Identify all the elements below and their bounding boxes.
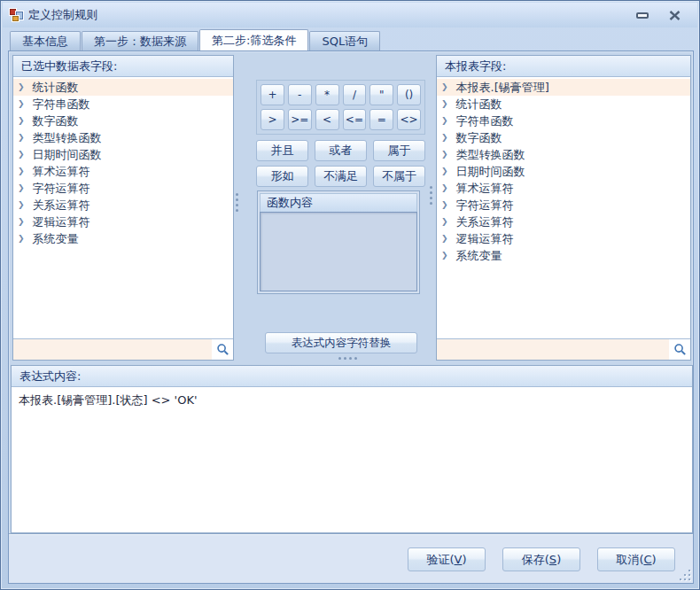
op-eq-button[interactable]: = bbox=[369, 109, 393, 130]
chevron-right-icon: ❯ bbox=[441, 151, 448, 159]
expression-content-panel: 表达式内容: 本报表.[锡膏管理].[状态] <> 'OK' bbox=[11, 365, 693, 533]
tab-page-filter-conditions: 已选中数据表字段: ❯统计函数 ❯字符串函数 ❯数字函数 ❯类型转换函数 ❯日期… bbox=[8, 50, 694, 584]
left-search-row bbox=[13, 339, 233, 360]
op-quote-button[interactable]: " bbox=[369, 84, 393, 105]
report-fields-header: 本报表字段: bbox=[437, 56, 690, 77]
chevron-right-icon: ❯ bbox=[441, 100, 448, 108]
op-gt-button[interactable]: > bbox=[261, 109, 284, 130]
left-splitter-grip[interactable] bbox=[235, 193, 240, 213]
tree-item[interactable]: ❯日期时间函数 bbox=[437, 163, 690, 180]
right-search-button[interactable] bbox=[669, 339, 690, 360]
tree-item[interactable]: ❯逻辑运算符 bbox=[13, 213, 233, 230]
tree-item[interactable]: ❯算术运算符 bbox=[13, 163, 233, 180]
tree-item[interactable]: ❯系统变量 bbox=[437, 247, 690, 264]
close-button[interactable] bbox=[664, 7, 685, 23]
dialog-window: 定义控制规则 基本信息 第一步：数据来源 第二步:筛选条件 SQL语句 已选中数… bbox=[0, 0, 700, 590]
op-like-button[interactable]: 形如 bbox=[256, 166, 308, 187]
chevron-right-icon: ❯ bbox=[18, 201, 25, 209]
tree-item[interactable]: ❯系统变量 bbox=[13, 230, 233, 247]
search-icon bbox=[673, 343, 687, 356]
op-or-button[interactable]: 或者 bbox=[315, 140, 367, 161]
selected-table-fields-panel: 已选中数据表字段: ❯统计函数 ❯字符串函数 ❯数字函数 ❯类型转换函数 ❯日期… bbox=[12, 55, 234, 361]
expression-char-replace-button[interactable]: 表达式内容字符替换 bbox=[265, 332, 417, 353]
selected-table-fields-tree: ❯统计函数 ❯字符串函数 ❯数字函数 ❯类型转换函数 ❯日期时间函数 ❯算术运算… bbox=[13, 77, 233, 339]
tree-item[interactable]: ❯关系运算符 bbox=[437, 213, 690, 230]
right-search-row bbox=[437, 339, 690, 360]
left-search-button[interactable] bbox=[212, 339, 233, 360]
chevron-right-icon: ❯ bbox=[18, 235, 25, 243]
op-and-button[interactable]: 并且 bbox=[256, 140, 308, 161]
chevron-right-icon: ❯ bbox=[441, 117, 448, 125]
chevron-right-icon: ❯ bbox=[441, 167, 448, 175]
tree-item[interactable]: ❯类型转换函数 bbox=[13, 129, 233, 146]
save-button[interactable]: 保存(S) bbox=[502, 547, 580, 571]
footer-bar: 验证(V) 保存(S) 取消(C) bbox=[9, 533, 693, 583]
tab-basic-info[interactable]: 基本信息 bbox=[10, 31, 81, 50]
op-in-button[interactable]: 属于 bbox=[373, 140, 425, 161]
chevron-right-icon: ❯ bbox=[441, 184, 448, 192]
op-neq-button[interactable]: <> bbox=[397, 109, 421, 130]
right-search-input[interactable] bbox=[437, 339, 669, 360]
cancel-button[interactable]: 取消(C) bbox=[597, 547, 675, 571]
horizontal-splitter-grip[interactable] bbox=[338, 356, 360, 361]
tree-item[interactable]: ❯统计函数 bbox=[13, 79, 233, 96]
logic-operator-row: 并且 或者 属于 bbox=[256, 140, 425, 161]
tree-item[interactable]: ❯统计函数 bbox=[437, 96, 690, 113]
chevron-right-icon: ❯ bbox=[18, 83, 25, 91]
op-divide-button[interactable]: / bbox=[343, 84, 367, 105]
op-parentheses-button[interactable]: () bbox=[397, 84, 421, 105]
tree-item[interactable]: ❯数字函数 bbox=[437, 129, 690, 146]
op-lt-button[interactable]: < bbox=[315, 109, 339, 130]
tree-item[interactable]: ❯本报表.[锡膏管理] bbox=[437, 79, 690, 96]
op-not-button[interactable]: 不满足 bbox=[315, 166, 367, 187]
op-minus-button[interactable]: - bbox=[288, 84, 312, 105]
title-bar: 定义控制规则 bbox=[3, 3, 697, 27]
chevron-right-icon: ❯ bbox=[18, 117, 25, 125]
op-not-in-button[interactable]: 不属于 bbox=[373, 166, 425, 187]
chevron-right-icon: ❯ bbox=[441, 235, 448, 243]
tree-item[interactable]: ❯关系运算符 bbox=[13, 197, 233, 213]
logic-operator-row2: 形如 不满足 不属于 bbox=[256, 166, 425, 187]
op-lte-button[interactable]: <= bbox=[343, 109, 367, 130]
left-search-input[interactable] bbox=[13, 339, 212, 360]
report-fields-panel: 本报表字段: ❯本报表.[锡膏管理] ❯统计函数 ❯字符串函数 ❯数字函数 ❯类… bbox=[436, 55, 691, 361]
chevron-right-icon: ❯ bbox=[441, 218, 448, 226]
tree-item[interactable]: ❯数字函数 bbox=[13, 113, 233, 129]
tab-step1-data-source[interactable]: 第一步：数据来源 bbox=[82, 31, 198, 50]
tab-sql-statement[interactable]: SQL语句 bbox=[309, 31, 380, 50]
function-content-list[interactable] bbox=[260, 212, 417, 291]
report-fields-tree: ❯本报表.[锡膏管理] ❯统计函数 ❯字符串函数 ❯数字函数 ❯类型转换函数 ❯… bbox=[437, 77, 690, 339]
chevron-right-icon: ❯ bbox=[18, 218, 25, 226]
op-multiply-button[interactable]: * bbox=[315, 84, 339, 105]
chevron-right-icon: ❯ bbox=[441, 83, 448, 91]
close-icon bbox=[669, 11, 681, 20]
right-splitter-grip[interactable] bbox=[429, 186, 434, 206]
chevron-right-icon: ❯ bbox=[441, 134, 448, 142]
tree-item[interactable]: ❯算术运算符 bbox=[437, 180, 690, 197]
chevron-right-icon: ❯ bbox=[18, 151, 25, 159]
tab-step2-filter-conditions[interactable]: 第二步:筛选条件 bbox=[199, 29, 308, 50]
chevron-right-icon: ❯ bbox=[18, 134, 25, 142]
tree-item[interactable]: ❯类型转换函数 bbox=[437, 146, 690, 163]
tree-item[interactable]: ❯字符运算符 bbox=[437, 197, 690, 213]
search-icon bbox=[216, 343, 229, 356]
tree-item[interactable]: ❯字符串函数 bbox=[437, 113, 690, 129]
operator-button-grid: + - * / " () > >= < <= = <> bbox=[256, 80, 425, 135]
tree-item[interactable]: ❯逻辑运算符 bbox=[437, 230, 690, 247]
minimize-icon bbox=[636, 12, 649, 19]
chevron-right-icon: ❯ bbox=[18, 167, 25, 175]
tree-item[interactable]: ❯字符运算符 bbox=[13, 180, 233, 197]
expression-content-editor[interactable]: 本报表.[锡膏管理].[状态] <> 'OK' bbox=[12, 387, 692, 532]
resize-grip[interactable] bbox=[679, 569, 690, 580]
chevron-right-icon: ❯ bbox=[441, 201, 448, 209]
minimize-button[interactable] bbox=[632, 7, 653, 23]
tree-item[interactable]: ❯日期时间函数 bbox=[13, 146, 233, 163]
form-icon bbox=[9, 8, 23, 22]
selected-table-fields-header: 已选中数据表字段: bbox=[13, 56, 233, 77]
tree-item[interactable]: ❯字符串函数 bbox=[13, 96, 233, 113]
function-content-panel: 函数内容 bbox=[257, 190, 420, 294]
function-content-header: 函数内容 bbox=[260, 193, 417, 212]
validate-button[interactable]: 验证(V) bbox=[408, 547, 486, 571]
op-gte-button[interactable]: >= bbox=[288, 109, 312, 130]
op-plus-button[interactable]: + bbox=[261, 84, 284, 105]
